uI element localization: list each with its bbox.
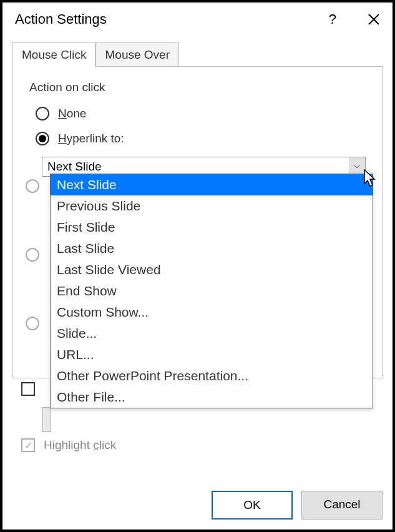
tab-strip: Mouse Click Mouse Over [12, 42, 393, 67]
ok-button[interactable]: OK [212, 491, 293, 520]
tab-panel: Action on click None Hyperlink to: Next … [12, 66, 383, 378]
dropdown-item-other-file[interactable]: Other File... [51, 387, 373, 408]
dropdown-item-previous-slide[interactable]: Previous Slide [51, 195, 373, 217]
checkbox-highlight-label: Highlight click [44, 438, 116, 452]
radio-hyperlink-label: Hyperlink to: [58, 132, 124, 145]
radio-icon [26, 179, 39, 193]
hyperlink-dropdown-list[interactable]: Next Slide Previous Slide First Slide La… [50, 174, 373, 408]
browse-stub [42, 407, 374, 432]
dropdown-item-other-ppt[interactable]: Other PowerPoint Presentation... [51, 365, 373, 387]
radio-hyperlink[interactable]: Hyperlink to: [36, 132, 366, 145]
dialog-title: Action Settings [15, 11, 107, 27]
checkbox-highlight-click[interactable]: ✓ Highlight click [21, 438, 374, 452]
checkbox-icon: ✓ [21, 438, 35, 452]
select-value: Next Slide [47, 160, 102, 173]
radio-none-label: None [58, 107, 86, 121]
dialog-buttons: OK Cancel [212, 491, 383, 520]
radio-icon [26, 317, 39, 330]
dropdown-item-slide[interactable]: Slide... [51, 323, 373, 344]
dropdown-item-custom-show[interactable]: Custom Show... [51, 302, 373, 323]
radio-run-program[interactable] [26, 179, 48, 193]
close-icon[interactable] [368, 13, 380, 26]
dropdown-item-last-slide-viewed[interactable]: Last Slide Viewed [51, 259, 373, 280]
dropdown-item-first-slide[interactable]: First Slide [51, 217, 373, 238]
dropdown-item-url[interactable]: URL... [51, 344, 373, 365]
dropdown-item-last-slide[interactable]: Last Slide [51, 238, 373, 259]
tab-mouse-click[interactable]: Mouse Click [12, 42, 95, 67]
radio-none[interactable]: None [36, 107, 366, 121]
radio-icon [36, 107, 49, 121]
dropdown-item-next-slide[interactable]: Next Slide [51, 174, 373, 195]
radio-icon [26, 248, 39, 262]
cancel-button[interactable]: Cancel [301, 491, 383, 520]
dialog-titlebar: Action Settings ? [2, 2, 393, 40]
radio-run-macro[interactable] [26, 248, 48, 262]
dropdown-item-end-show[interactable]: End Show [51, 280, 373, 302]
radio-icon [36, 132, 49, 145]
fieldset-label: Action on click [29, 81, 366, 94]
radio-object-action[interactable] [26, 317, 48, 330]
check-mark-icon: ✓ [24, 440, 32, 451]
help-icon[interactable]: ? [329, 11, 336, 27]
tab-mouse-over[interactable]: Mouse Over [95, 42, 178, 67]
